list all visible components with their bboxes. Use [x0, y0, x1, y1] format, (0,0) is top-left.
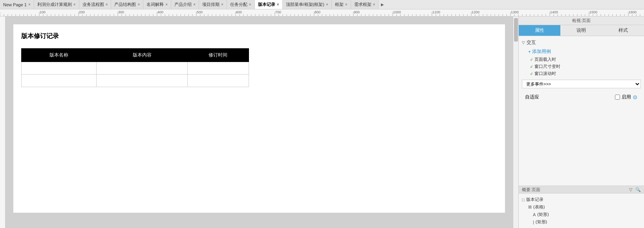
event-window-resize[interactable]: ↲ 窗口尺寸变时	[530, 64, 641, 69]
more-events-section: 更多事件>>>	[522, 80, 641, 88]
tab-more-arrow[interactable]: ▶	[379, 2, 386, 7]
tab-version-record[interactable]: 版本记录 ×	[255, 0, 283, 9]
tab-close-4[interactable]: ×	[165, 2, 168, 7]
ruler-canvas	[0, 9, 644, 16]
tab-close-10[interactable]: ×	[345, 2, 348, 7]
panel-tabs: 属性 说明 样式	[519, 25, 644, 36]
panel-content: ▽ 交互 + 添加用例 ↲ 页面载入时 ↲ 窗口尺寸变时 ↲ 窗口滚动时	[519, 36, 644, 186]
event-icon-resize: ↲	[530, 64, 533, 69]
table-cell-time-1	[187, 62, 249, 75]
tab-product-structure[interactable]: 产品结构图 ×	[111, 0, 143, 9]
scrollbar-thumb[interactable]	[514, 18, 518, 42]
tab-close-8[interactable]: ×	[277, 2, 279, 7]
tab-description[interactable]: 说明	[560, 25, 602, 36]
panel-top-label: 检视:页面	[519, 16, 644, 25]
event-icon-scroll: ↲	[530, 71, 533, 76]
summary-icon-rect-a: A	[533, 212, 536, 217]
table-cell-name-1	[22, 62, 97, 75]
tab-top-menu[interactable]: 顶部菜单/框架(框架) ×	[283, 0, 332, 9]
left-ruler	[0, 16, 5, 228]
canvas-area: 版本修订记录 版本名称 版本内容 修订时间	[5, 16, 518, 228]
tab-close-9[interactable]: ×	[326, 2, 328, 7]
summary-icon-rect-b: |	[533, 220, 534, 224]
summary-panel: □ 版本记录 ⊞ (表格) A (矩形) | (矩形)	[519, 193, 644, 228]
adaptive-settings-icon[interactable]: ⚙	[633, 94, 638, 100]
event-icon-load: ↲	[530, 57, 533, 62]
adaptive-checkbox-label: 启用	[622, 94, 631, 100]
tab-product-intro[interactable]: 产品介绍 ×	[171, 0, 199, 9]
adaptive-label: 自适应	[525, 94, 539, 100]
ruler	[0, 9, 644, 16]
tab-close-0[interactable]: ×	[28, 2, 31, 7]
event-page-load[interactable]: ↲ 页面载入时	[530, 57, 641, 62]
summary-icon-table: ⊞	[528, 204, 532, 210]
page-content: 版本修订记录 版本名称 版本内容 修订时间	[13, 24, 505, 213]
summary-item-rect-a[interactable]: A (矩形)	[533, 211, 641, 218]
vertical-scrollbar[interactable]	[513, 16, 518, 228]
table-cell-content-2	[97, 75, 188, 87]
tab-task-assignment[interactable]: 任务分配 ×	[227, 0, 255, 9]
table-row	[22, 62, 249, 75]
search-icon[interactable]: 🔍	[635, 187, 641, 192]
table-header-time: 修订时间	[187, 49, 249, 62]
tab-styles[interactable]: 样式	[602, 25, 644, 36]
tab-project-schedule[interactable]: 项目排期 ×	[199, 0, 227, 9]
version-table: 版本名称 版本内容 修订时间	[21, 48, 249, 87]
summary-icon-page: □	[522, 197, 525, 202]
table-cell-time-2	[187, 75, 249, 87]
tab-close-3[interactable]: ×	[137, 2, 140, 7]
main-layout: 版本修订记录 版本名称 版本内容 修订时间	[0, 16, 644, 228]
tab-requirements[interactable]: 需求框架 ×	[351, 0, 379, 9]
tab-close-2[interactable]: ×	[106, 2, 108, 7]
table-row	[22, 75, 249, 87]
tab-business-flow[interactable]: 业务流程图 ×	[79, 0, 112, 9]
table-header-name: 版本名称	[22, 49, 97, 62]
tab-close-11[interactable]: ×	[373, 2, 375, 7]
add-example-button[interactable]: + 添加用例	[528, 48, 641, 55]
tab-glossary[interactable]: 名词解释 ×	[143, 0, 171, 9]
interaction-section-title: ▽ 交互	[522, 39, 641, 46]
collapse-icon[interactable]: ▽	[522, 40, 525, 45]
tab-close-6[interactable]: ×	[221, 2, 223, 7]
filter-icon[interactable]: ▽	[629, 187, 632, 192]
summary-panel-icons: ▽ 🔍	[629, 187, 641, 192]
tab-close-1[interactable]: ×	[73, 2, 76, 7]
right-panel: 检视:页面 属性 说明 样式 ▽ 交互 + 添加用例	[518, 16, 644, 228]
summary-item-version-record[interactable]: □ 版本记录	[522, 196, 641, 203]
summary-item-rect-b[interactable]: | (矩形)	[533, 218, 641, 226]
canvas-inner[interactable]: 版本修订记录 版本名称 版本内容 修订时间	[5, 16, 513, 228]
tab-bar: New Page 1 × 利润分成计算规则 × 业务流程图 × 产品结构图 × …	[0, 0, 644, 9]
summary-item-table[interactable]: ⊞ (表格)	[528, 203, 641, 211]
table-cell-name-2	[22, 75, 97, 87]
event-window-scroll[interactable]: ↲ 窗口滚动时	[530, 71, 641, 77]
table-header-content: 版本内容	[97, 49, 188, 62]
table-cell-content-1	[97, 62, 188, 75]
tab-frame[interactable]: 框架 ×	[332, 0, 351, 9]
summary-title: 概要:页面	[522, 187, 540, 193]
page-title: 版本修订记录	[21, 32, 497, 40]
tab-close-7[interactable]: ×	[249, 2, 251, 7]
tab-properties[interactable]: 属性	[519, 25, 560, 36]
more-events-select[interactable]: 更多事件>>>	[522, 80, 641, 88]
adaptive-row: 自适应 启用 ⚙	[522, 92, 641, 102]
adaptive-checkbox[interactable]	[615, 95, 620, 100]
tab-new-page-1[interactable]: New Page 1 ×	[0, 0, 34, 9]
canvas-with-ruler: 版本修订记录 版本名称 版本内容 修订时间	[0, 16, 518, 228]
adaptive-checkbox-group: 启用 ⚙	[615, 94, 638, 100]
tab-close-5[interactable]: ×	[193, 2, 196, 7]
summary-panel-header: 概要:页面 ▽ 🔍	[519, 186, 644, 193]
tab-profit-rules[interactable]: 利润分成计算规则 ×	[34, 0, 79, 9]
plus-icon: +	[528, 49, 531, 55]
